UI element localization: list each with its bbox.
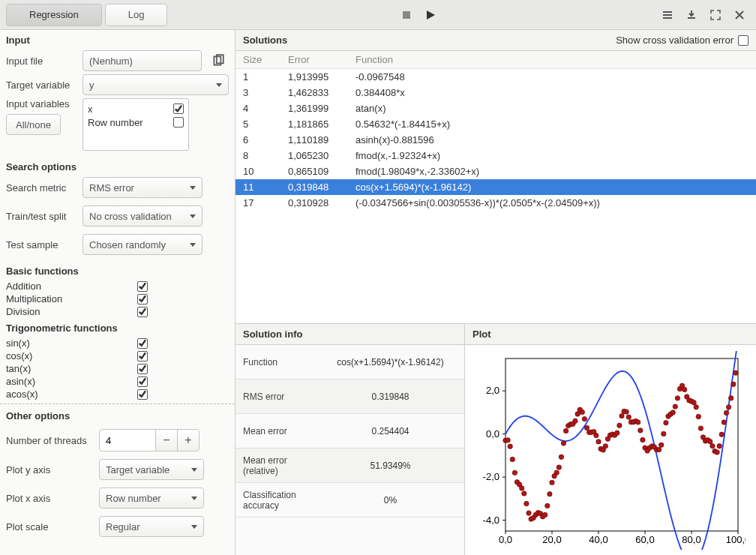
func-item[interactable]: asin(x) — [6, 375, 229, 388]
stop-icon[interactable] — [396, 4, 417, 26]
plot-chart: -4,0-2,00,02,00,020,040,060,080,0100,0 — [476, 351, 746, 550]
copy-icon[interactable] — [208, 50, 229, 71]
svg-point-53 — [561, 441, 566, 446]
svg-point-119 — [715, 450, 719, 454]
checkbox[interactable] — [137, 294, 148, 304]
svg-point-67 — [594, 433, 598, 437]
svg-point-116 — [708, 439, 712, 443]
table-row[interactable]: 31,4628330.384408*x — [236, 85, 756, 100]
svg-point-50 — [554, 470, 559, 475]
input-file-picker[interactable]: (Nenhum) — [82, 50, 202, 71]
table-row[interactable]: 100,865109fmod(1.98049*x,-2.33602+x) — [236, 164, 756, 179]
menu-icon[interactable] — [657, 4, 678, 26]
tab-regression[interactable]: Regression — [6, 4, 102, 26]
col-function[interactable]: Function — [348, 51, 756, 69]
svg-point-101 — [673, 404, 677, 409]
checkbox[interactable] — [173, 117, 184, 128]
close-icon[interactable] — [729, 4, 750, 26]
checkbox[interactable] — [137, 338, 148, 349]
threads-plus-button[interactable]: + — [177, 429, 200, 452]
threads-minus-button[interactable]: − — [155, 429, 178, 452]
svg-point-62 — [582, 416, 586, 421]
table-row[interactable]: 51,1818650.54632*(-1.84415+x) — [236, 116, 756, 132]
search-title: Search options — [0, 157, 235, 176]
var-list[interactable]: x Row number — [82, 98, 189, 151]
info-row: Mean error0.254404 — [236, 414, 464, 448]
svg-point-85 — [636, 420, 640, 424]
target-select[interactable]: y — [82, 74, 229, 95]
svg-point-86 — [638, 428, 643, 433]
svg-point-30 — [508, 444, 512, 448]
svg-point-76 — [615, 430, 620, 435]
solutions-table[interactable]: Size Error Function 11,913995-0.09675483… — [236, 51, 756, 324]
table-row[interactable]: 170,310928(-0.0347566+sin(0.00305536-x))… — [236, 195, 756, 211]
svg-point-46 — [545, 503, 550, 508]
svg-point-124 — [726, 405, 730, 410]
sample-select[interactable]: Chosen randomly — [82, 234, 202, 255]
checkbox[interactable] — [137, 307, 148, 317]
table-row[interactable]: 11,913995-0.0967548 — [236, 69, 756, 86]
svg-point-81 — [626, 415, 631, 419]
svg-rect-0 — [403, 11, 410, 19]
svg-text:-4,0: -4,0 — [483, 514, 500, 526]
table-row[interactable]: 110,319848cos(x+1.5694)*(x-1.96142) — [236, 179, 756, 195]
plotx-label: Plot x axis — [6, 493, 96, 504]
checkbox[interactable] — [137, 351, 148, 362]
fullscreen-icon[interactable] — [705, 4, 726, 26]
info-row: Classification accuracy0% — [236, 483, 464, 518]
split-label: Train/test split — [6, 211, 80, 222]
checkbox[interactable] — [137, 376, 148, 387]
info-row: Mean error (relative)51.9349% — [236, 448, 464, 483]
func-item[interactable]: cos(x) — [6, 350, 229, 362]
svg-point-80 — [624, 410, 628, 414]
table-row[interactable]: 61,110189asinh(x)-0.881596 — [236, 132, 756, 148]
chevron-down-icon — [191, 468, 197, 472]
col-error[interactable]: Error — [280, 51, 348, 69]
func-item[interactable]: Addition — [6, 280, 229, 292]
svg-point-31 — [510, 457, 514, 461]
ploty-select[interactable]: Target variable — [99, 459, 204, 480]
checkbox[interactable] — [137, 281, 148, 292]
svg-point-94 — [656, 447, 661, 452]
plot-title: Plot — [465, 324, 756, 345]
svg-point-58 — [573, 418, 578, 423]
checkbox[interactable] — [173, 104, 184, 114]
plotx-select[interactable]: Row number — [99, 488, 204, 508]
func-item[interactable]: acos(x) — [6, 388, 229, 400]
tab-log[interactable]: Log — [105, 4, 168, 26]
table-row[interactable]: 41,361999atan(x) — [236, 100, 756, 116]
play-icon[interactable] — [420, 4, 441, 26]
threads-input[interactable] — [99, 429, 156, 452]
download-icon[interactable] — [681, 4, 702, 26]
svg-point-112 — [698, 426, 703, 430]
other-title: Other options — [0, 406, 235, 424]
split-select[interactable]: No cross validation — [82, 206, 202, 226]
cv-checkbox[interactable] — [738, 35, 748, 46]
checkbox[interactable] — [137, 364, 148, 374]
metric-select[interactable]: RMS error — [82, 177, 202, 198]
func-item[interactable]: Multiplication — [6, 292, 229, 305]
func-item[interactable]: tan(x) — [6, 362, 229, 375]
svg-point-110 — [694, 405, 698, 410]
plotscale-label: Plot scale — [6, 521, 96, 532]
svg-text:80,0: 80,0 — [682, 534, 700, 545]
table-row[interactable]: 81,065230fmod(x,-1.92324+x) — [236, 148, 756, 164]
plotscale-select[interactable]: Regular — [99, 516, 204, 537]
func-item[interactable]: sin(x) — [6, 337, 229, 350]
svg-point-87 — [640, 437, 645, 442]
checkbox[interactable] — [137, 389, 148, 400]
allnone-button[interactable]: All/none — [6, 114, 61, 135]
input-file-label: Input file — [6, 56, 80, 67]
svg-point-122 — [722, 420, 726, 424]
svg-text:100,0: 100,0 — [726, 534, 746, 545]
svg-point-29 — [506, 438, 510, 442]
var-item-x[interactable]: x — [88, 102, 184, 116]
svg-text:40,0: 40,0 — [589, 534, 608, 545]
svg-text:-2,0: -2,0 — [483, 471, 500, 482]
var-item-rownum[interactable]: Row number — [88, 116, 184, 129]
col-size[interactable]: Size — [236, 51, 280, 69]
svg-point-38 — [526, 511, 531, 515]
svg-point-63 — [584, 425, 589, 430]
svg-point-61 — [580, 410, 584, 414]
func-item[interactable]: Division — [6, 305, 229, 318]
